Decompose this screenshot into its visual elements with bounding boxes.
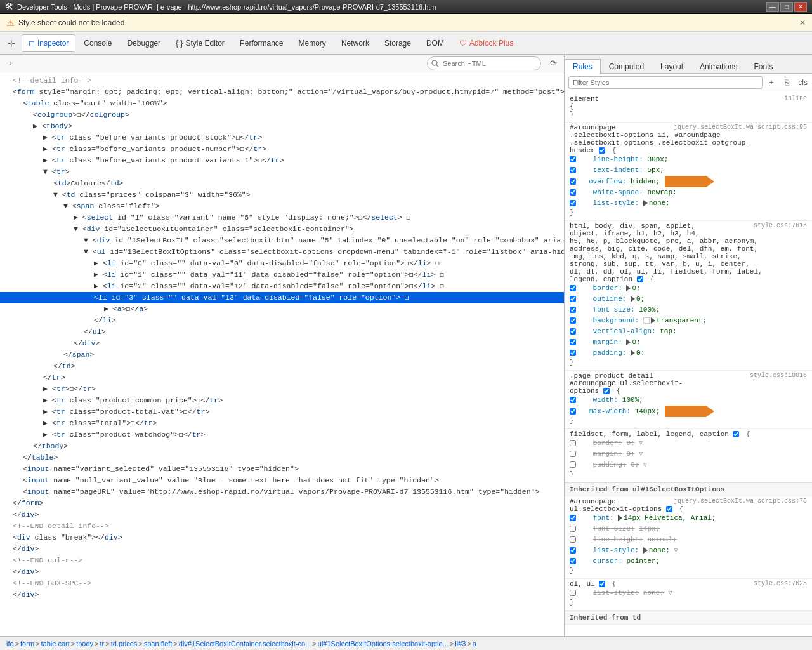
- prop-checkbox[interactable]: [570, 440, 576, 446]
- dom-panel[interactable]: + ⟳ <!--detail info--><form style="margi…: [0, 55, 565, 636]
- prop-checkbox[interactable]: [570, 515, 576, 521]
- rule-checkbox[interactable]: [666, 506, 672, 512]
- breadcrumb-item[interactable]: div#1SelectBoxItContainer.selectboxit-co…: [179, 640, 311, 647]
- dom-line[interactable]: </div>: [0, 509, 564, 521]
- dom-line[interactable]: <!--END col-r-->: [0, 555, 564, 566]
- dom-line[interactable]: <li id="3" class="" data-val="13" data-d…: [0, 292, 564, 303]
- filter-styles-input[interactable]: [568, 76, 763, 89]
- dom-line[interactable]: </div>: [0, 589, 564, 600]
- tab-dom[interactable]: DOM: [419, 34, 451, 52]
- copy-rule-icon[interactable]: ⎘: [780, 76, 793, 89]
- tab-adblock[interactable]: 🛡 Adblock Plus: [452, 34, 520, 52]
- dom-line[interactable]: <form style="margin: 0pt; padding: 0pt; …: [0, 86, 564, 98]
- breadcrumb-item[interactable]: form: [20, 640, 34, 647]
- breadcrumb-item[interactable]: tr: [100, 640, 105, 647]
- dom-line[interactable]: ▼ <ul id="1SelectBoxItOptions" class="se…: [0, 246, 564, 258]
- dom-line[interactable]: ▶ <tr>◻</tr>: [0, 383, 564, 395]
- dom-line[interactable]: ▼ <td class="prices" colspan="3" width="…: [0, 189, 564, 201]
- minimize-button[interactable]: —: [766, 2, 779, 12]
- dom-line[interactable]: <colgroup>◻</colgroup>: [0, 109, 564, 121]
- tab-fonts[interactable]: Fonts: [745, 59, 781, 74]
- tab-memory[interactable]: Memory: [292, 34, 333, 52]
- prop-checkbox[interactable]: [570, 285, 576, 291]
- dom-line[interactable]: ▶ <tr class="product-watchdog">◻</tr>: [0, 429, 564, 441]
- dom-line[interactable]: <input name="variant_selected" value="13…: [0, 463, 564, 475]
- dom-line[interactable]: <!--detail info-->: [0, 75, 564, 86]
- dom-line[interactable]: </div>: [0, 543, 564, 555]
- dom-line[interactable]: <input name="pageURL" value="http://www.…: [0, 486, 564, 498]
- prop-checkbox[interactable]: [570, 167, 576, 173]
- dom-line[interactable]: </td>: [0, 361, 564, 372]
- dom-line[interactable]: ▼ <div id="1SelectBoxIt" class="selectbo…: [0, 235, 564, 246]
- dom-line[interactable]: <td>Culoare</td>: [0, 178, 564, 189]
- prop-checkbox[interactable]: [570, 296, 576, 302]
- dom-line[interactable]: <!--END BOX-SPC-->: [0, 578, 564, 589]
- dom-line[interactable]: ▶ <li id="0" class="" data-val="0" data-…: [0, 258, 564, 269]
- breadcrumb-item[interactable]: ul#1SelectBoxItOptions.selectboxit-optio…: [318, 640, 449, 647]
- tab-storage[interactable]: Storage: [377, 34, 418, 52]
- dom-line[interactable]: ▶ <li id="2" class="" data-val="12" data…: [0, 281, 564, 292]
- rule-checkbox[interactable]: [603, 388, 610, 394]
- dom-settings-button[interactable]: ⟳: [546, 56, 560, 70]
- prop-checkbox[interactable]: [570, 461, 576, 468]
- dom-line[interactable]: ▼ <div id="1SelectBoxItContainer" class=…: [0, 223, 564, 235]
- rule-checkbox[interactable]: [599, 147, 605, 154]
- tab-console[interactable]: Console: [77, 34, 119, 52]
- dom-line[interactable]: ▼ <span class="fleft">: [0, 201, 564, 212]
- dom-line[interactable]: </span>: [0, 349, 564, 361]
- search-html-input[interactable]: [427, 56, 541, 70]
- dom-line[interactable]: ▶ <tr class="before_variants product-var…: [0, 155, 564, 166]
- dom-line[interactable]: <table class="cart" width="100%">: [0, 98, 564, 109]
- pick-element-button[interactable]: ⊹: [3, 34, 20, 52]
- dom-line[interactable]: ▶ <select id="1" class="variant" name="5…: [0, 212, 564, 223]
- breadcrumb-item[interactable]: span.fleft: [144, 640, 173, 647]
- dom-line[interactable]: </li>: [0, 315, 564, 326]
- breadcrumb-item[interactable]: table.cart: [41, 640, 70, 647]
- prop-checkbox[interactable]: [570, 189, 576, 196]
- tab-layout[interactable]: Layout: [652, 59, 691, 74]
- prop-checkbox[interactable]: [570, 328, 576, 335]
- dom-line[interactable]: ▼ <tr>: [0, 166, 564, 178]
- dom-line[interactable]: </div>: [0, 338, 564, 349]
- tab-inspector[interactable]: ◻ Inspector: [22, 34, 75, 52]
- warning-close-button[interactable]: ✕: [799, 18, 806, 27]
- breadcrumb-item[interactable]: li#3: [455, 640, 466, 647]
- rule-checkbox[interactable]: [733, 431, 739, 437]
- prop-checkbox[interactable]: [570, 339, 576, 345]
- dom-line[interactable]: </tbody>: [0, 441, 564, 452]
- prop-checkbox[interactable]: [570, 156, 576, 162]
- cls-button[interactable]: .cls: [796, 76, 808, 89]
- dom-line[interactable]: <div class="break"></div>: [0, 532, 564, 543]
- prop-checkbox[interactable]: [570, 317, 576, 324]
- add-node-button[interactable]: +: [4, 56, 18, 70]
- breadcrumb-item[interactable]: td.prices: [111, 640, 138, 647]
- prop-checkbox[interactable]: [570, 307, 576, 313]
- tab-style-editor[interactable]: { } Style Editor: [169, 34, 232, 52]
- dom-line[interactable]: </div>: [0, 566, 564, 578]
- prop-checkbox[interactable]: [570, 178, 576, 185]
- dom-line[interactable]: </ul>: [0, 326, 564, 338]
- prop-checkbox[interactable]: [570, 547, 576, 554]
- rule-checkbox[interactable]: [637, 276, 643, 282]
- prop-checkbox[interactable]: [570, 451, 576, 457]
- dom-line[interactable]: ▶ <tr class="before_variants product-sto…: [0, 132, 564, 143]
- breadcrumb-item[interactable]: tbody: [76, 640, 93, 647]
- dom-line[interactable]: ▶ <li id="1" class="" data-val="11" data…: [0, 269, 564, 281]
- dom-line[interactable]: <input name="null_variant_value" value="…: [0, 475, 564, 486]
- tab-network[interactable]: Network: [334, 34, 376, 52]
- dom-line[interactable]: ▶ <tr class="product-common-price">◻</tr…: [0, 395, 564, 406]
- prop-checkbox[interactable]: [570, 200, 576, 206]
- rule-checkbox[interactable]: [599, 581, 605, 587]
- tab-animations[interactable]: Animations: [691, 59, 745, 74]
- tab-rules[interactable]: Rules: [565, 59, 601, 74]
- tab-debugger[interactable]: Debugger: [120, 34, 167, 52]
- prop-checkbox[interactable]: [570, 397, 576, 403]
- tab-performance[interactable]: Performance: [233, 34, 291, 52]
- dom-line[interactable]: </tr>: [0, 372, 564, 383]
- dom-line[interactable]: </table>: [0, 452, 564, 463]
- dom-line[interactable]: ▶ <tbody>: [0, 121, 564, 132]
- dom-line[interactable]: ▶ <tr class="total">◻</tr>: [0, 418, 564, 429]
- prop-checkbox[interactable]: [570, 590, 576, 596]
- maximize-button[interactable]: □: [780, 2, 793, 12]
- dom-line[interactable]: ▶ <tr class="before_variants product-num…: [0, 143, 564, 155]
